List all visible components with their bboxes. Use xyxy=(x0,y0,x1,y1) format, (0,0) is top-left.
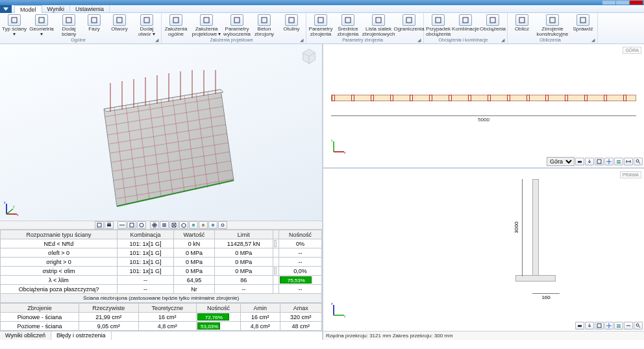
svg-rect-65 xyxy=(130,223,134,227)
dim-button[interactable] xyxy=(624,158,633,165)
print-button[interactable] xyxy=(575,322,584,330)
ribbon-load-case-button[interactable]: Przypadek obciążenia xyxy=(425,14,451,37)
svg-rect-14 xyxy=(406,18,412,23)
table-row[interactable]: Obciążenia poza płaszczyzną?--Nr---- xyxy=(1,285,322,294)
group-expand-icon[interactable]: ◢ xyxy=(417,37,421,43)
window-minimize-button[interactable] xyxy=(602,1,615,5)
ribbon-openings-button[interactable]: Otwory xyxy=(106,14,132,37)
ribbon-constr-reinf-button[interactable]: Zbrojenie konstrukcyjne xyxy=(536,14,569,37)
ribbon-geometry-button[interactable]: Geometria ▾ xyxy=(29,14,55,37)
group-expand-icon[interactable]: ◢ xyxy=(501,37,504,43)
side-button[interactable] xyxy=(208,221,217,229)
export-button[interactable] xyxy=(585,322,594,330)
table-row[interactable]: NEd < NRd101: 1x[1 G]0 kN11428,57 kN0% xyxy=(1,239,322,248)
ribbon-design-assumptions-button[interactable]: Założenia projektowe ▾ xyxy=(190,14,223,37)
layer-button[interactable] xyxy=(614,158,623,165)
layer-button[interactable] xyxy=(614,322,623,330)
view-mode-2-button[interactable] xyxy=(127,221,136,229)
view-3d[interactable]: z x y xyxy=(0,44,322,221)
table-row[interactable]: σstrip < σlim101: 1x[1 G]0 MPa0 MPa0,0% xyxy=(1,267,322,276)
table-row[interactable]: Poziome - ściana9,05 cm²4,8 cm²53,03%4,8… xyxy=(1,322,322,331)
ribbon-assumptions-button[interactable]: Założenia ogólne xyxy=(163,14,189,37)
window-maximize-button[interactable] xyxy=(616,1,629,5)
zoom-button[interactable] xyxy=(634,158,643,165)
fit-view-button[interactable] xyxy=(95,221,104,229)
table-cell xyxy=(273,239,279,248)
section-top-view[interactable]: GÓRA 5000 y x GóraDół xyxy=(323,44,644,169)
top-button[interactable] xyxy=(189,221,198,229)
ribbon-group-0: Typ ściany ▾Geometria ▾Dodaj ścianyFazyO… xyxy=(0,13,162,43)
section-side-view[interactable]: PRAWA 3000 160 z y xyxy=(323,169,644,331)
svg-rect-90 xyxy=(578,325,582,327)
view-mode-1-button[interactable] xyxy=(118,221,127,229)
zoom-button[interactable] xyxy=(634,322,643,330)
group-expand-icon[interactable]: ◢ xyxy=(591,37,595,43)
wire-button[interactable] xyxy=(169,221,179,229)
section-face-select[interactable]: GóraDół xyxy=(547,157,575,166)
ribbon-combinations-button[interactable]: Kombinacje xyxy=(452,14,478,37)
ribbon-diameters-button[interactable]: Średnice zbrojenia xyxy=(335,14,361,37)
print-button[interactable] xyxy=(105,221,114,229)
svg-text:x: x xyxy=(344,150,346,154)
group-expand-icon[interactable]: ◢ xyxy=(300,37,303,43)
cover-icon xyxy=(285,14,298,26)
front-button[interactable] xyxy=(199,221,208,229)
stirrup-marker xyxy=(429,95,432,101)
table-cell: 0,0% xyxy=(279,267,321,276)
grid-button[interactable] xyxy=(604,158,613,165)
stirrup-marker xyxy=(623,95,626,101)
ribbon-rc-button[interactable]: Beton zbrojony xyxy=(251,14,277,37)
recognition-table: Rozpoznanie typu ścianyKombinacjaWartość… xyxy=(0,230,322,303)
assumptions-icon xyxy=(169,14,182,26)
table-row[interactable]: Pionowe - ściana21,99 cm²16 cm²72,76%16 … xyxy=(1,313,322,322)
view-cube-icon[interactable] xyxy=(300,47,318,65)
calculate-icon xyxy=(515,14,528,26)
ribbon-calculate-button[interactable]: Oblicz xyxy=(509,14,535,37)
t1-header: Kombinacja xyxy=(118,230,174,239)
t2-header: Rzeczywiste xyxy=(79,304,139,313)
fit-button[interactable] xyxy=(595,158,604,165)
ribbon-cover-button[interactable]: Otuliny xyxy=(279,14,304,37)
openings-icon xyxy=(113,14,126,26)
view-mode-3-button[interactable] xyxy=(137,221,146,229)
app-menu-button[interactable] xyxy=(0,5,12,13)
tab-bledy[interactable]: Błędy i ostrzeżenia xyxy=(51,331,112,340)
dim-button[interactable] xyxy=(624,322,633,330)
fit-button[interactable] xyxy=(595,322,604,330)
axis-triad-icon: y x xyxy=(331,138,348,154)
t2-header: Teoretyczne xyxy=(138,304,196,313)
shade-button[interactable] xyxy=(160,221,169,229)
ribbon-phases-button[interactable]: Fazy xyxy=(83,14,105,37)
tab-model[interactable]: Model xyxy=(14,5,42,13)
iso-button[interactable] xyxy=(179,221,188,229)
ribbon-wall-type-button[interactable]: Typ ściany ▾ xyxy=(1,14,27,37)
window-close-button[interactable] xyxy=(630,1,643,5)
tab-wyniki[interactable]: Wyniki xyxy=(42,5,70,13)
table-cell: Nr xyxy=(174,285,215,294)
ribbon-add-wall-button[interactable]: Dodaj ściany xyxy=(56,14,82,37)
ribbon-limits-button[interactable]: Ograniczenia xyxy=(396,14,422,37)
ribbon-loads-button[interactable]: Obciążenia xyxy=(480,14,506,37)
table-row[interactable]: λ < λlim--64,958675,53% xyxy=(1,276,322,285)
svg-rect-9 xyxy=(262,18,267,23)
ribbon-mesh-list-button[interactable]: Lista siatek zbrojeniowych xyxy=(362,14,395,37)
grid-button[interactable] xyxy=(150,221,159,229)
ribbon-reinf-params-button[interactable]: Parametry zbrojenia xyxy=(308,14,334,37)
ribbon-add-opening-button[interactable]: Dodaj otwór ▾ xyxy=(134,14,160,37)
group-expand-icon[interactable]: ◢ xyxy=(155,37,158,43)
table-cell: 11428,57 kN xyxy=(214,239,273,248)
grid-button[interactable] xyxy=(604,322,613,330)
table-row[interactable]: σleft > 0101: 1x[1 G]0 MPa0 MPa-- xyxy=(1,248,322,258)
table-cell: 4,8 cm² xyxy=(138,322,196,331)
settings-button[interactable] xyxy=(218,221,227,229)
ribbon-buckling-button[interactable]: Parametry wyboczenia xyxy=(224,14,250,37)
tab-ustawienia[interactable]: Ustawienia xyxy=(70,5,110,13)
table-cell: 101: 1x[1 G] xyxy=(118,248,174,258)
tab-wyniki-obliczen[interactable]: Wyniki obliczeń xyxy=(0,331,51,340)
status-text: Rzędna przekroju: 3121 mm Zakres przekro… xyxy=(326,333,453,339)
export-button[interactable] xyxy=(585,158,594,165)
ribbon-check-button[interactable]: Sprawdź xyxy=(570,14,596,37)
print-button[interactable] xyxy=(575,158,584,165)
table-row[interactable]: σright > 0101: 1x[1 G]0 MPa0 MPa-- xyxy=(1,258,322,267)
table-cell: λ < λlim xyxy=(1,276,118,285)
